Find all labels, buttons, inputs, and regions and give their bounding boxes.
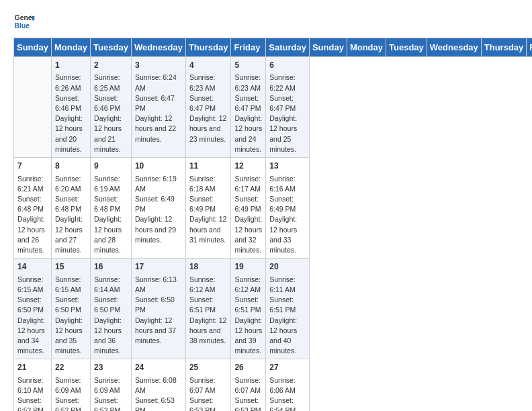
calendar-cell: 10Sunrise: 6:19 AMSunset: 6:49 PMDayligh… bbox=[131, 158, 185, 259]
sunset-text: Sunset: 6:51 PM bbox=[189, 295, 216, 314]
day-number: 6 bbox=[269, 60, 306, 71]
calendar-cell: 4Sunrise: 6:23 AMSunset: 6:47 PMDaylight… bbox=[185, 57, 231, 158]
day-number: 9 bbox=[94, 161, 128, 172]
sunset-text: Sunset: 6:48 PM bbox=[94, 195, 120, 213]
calendar-cell: 22Sunrise: 6:09 AMSunset: 6:52 PMDayligh… bbox=[51, 359, 90, 411]
sunrise-text: Sunrise: 6:10 AM bbox=[17, 376, 44, 394]
sunset-text: Sunset: 6:46 PM bbox=[94, 94, 120, 112]
sunrise-text: Sunrise: 6:06 AM bbox=[269, 376, 296, 394]
sunrise-text: Sunrise: 6:09 AM bbox=[94, 376, 120, 394]
sunset-text: Sunset: 6:47 PM bbox=[234, 94, 261, 112]
sunrise-text: Sunrise: 6:14 AM bbox=[94, 275, 120, 293]
sunset-text: Sunset: 6:54 PM bbox=[269, 396, 296, 411]
sunset-text: Sunset: 6:49 PM bbox=[135, 195, 175, 213]
calendar-cell: 12Sunrise: 6:17 AMSunset: 6:49 PMDayligh… bbox=[231, 158, 266, 259]
daylight-text: Daylight: 12 hours and 34 minutes. bbox=[17, 316, 45, 355]
day-number: 10 bbox=[135, 161, 182, 172]
day-number: 24 bbox=[135, 362, 182, 373]
sunrise-text: Sunrise: 6:16 AM bbox=[269, 175, 296, 193]
sunrise-text: Sunrise: 6:25 AM bbox=[94, 73, 120, 91]
day-number: 11 bbox=[189, 161, 228, 172]
weekday-header-friday: Friday bbox=[231, 38, 266, 57]
weekday-header-wednesday: Wednesday bbox=[131, 38, 185, 57]
sunset-text: Sunset: 6:47 PM bbox=[189, 94, 216, 112]
calendar-cell bbox=[14, 57, 52, 158]
calendar-cell: 2Sunrise: 6:25 AMSunset: 6:46 PMDaylight… bbox=[91, 57, 132, 158]
calendar-week-row: 14Sunrise: 6:15 AMSunset: 6:50 PMDayligh… bbox=[14, 259, 533, 359]
calendar-cell: 26Sunrise: 6:07 AMSunset: 6:53 PMDayligh… bbox=[231, 359, 266, 411]
sunset-text: Sunset: 6:47 PM bbox=[135, 94, 175, 112]
calendar-cell: 7Sunrise: 6:21 AMSunset: 6:48 PMDaylight… bbox=[14, 158, 52, 259]
daylight-text: Daylight: 12 hours and 20 minutes. bbox=[55, 114, 83, 153]
sunrise-text: Sunrise: 6:08 AM bbox=[135, 376, 177, 394]
sunrise-text: Sunrise: 6:07 AM bbox=[189, 376, 216, 394]
calendar-cell: 25Sunrise: 6:07 AMSunset: 6:53 PMDayligh… bbox=[185, 359, 231, 411]
logo: General Blue bbox=[13, 11, 35, 32]
daylight-text: Daylight: 12 hours and 32 minutes. bbox=[234, 215, 262, 254]
sunrise-text: Sunrise: 6:07 AM bbox=[234, 376, 261, 394]
daylight-text: Daylight: 12 hours and 28 minutes. bbox=[94, 215, 122, 254]
day-number: 15 bbox=[55, 261, 87, 273]
calendar-week-row: 1Sunrise: 6:26 AMSunset: 6:46 PMDaylight… bbox=[14, 57, 533, 158]
sunrise-text: Sunrise: 6:15 AM bbox=[55, 275, 81, 293]
calendar-cell: 16Sunrise: 6:14 AMSunset: 6:50 PMDayligh… bbox=[91, 259, 132, 359]
day-number: 12 bbox=[234, 161, 262, 172]
sunrise-text: Sunrise: 6:12 AM bbox=[234, 275, 261, 293]
daylight-text: Daylight: 12 hours and 21 minutes. bbox=[94, 114, 122, 153]
calendar-cell: 18Sunrise: 6:12 AMSunset: 6:51 PMDayligh… bbox=[185, 259, 231, 359]
weekday-header-sunday: Sunday bbox=[309, 38, 347, 57]
sunrise-text: Sunrise: 6:23 AM bbox=[234, 73, 261, 91]
day-number: 17 bbox=[135, 261, 182, 273]
calendar-cell: 14Sunrise: 6:15 AMSunset: 6:50 PMDayligh… bbox=[14, 259, 52, 359]
calendar-cell: 24Sunrise: 6:08 AMSunset: 6:53 PMDayligh… bbox=[131, 359, 185, 411]
day-number: 8 bbox=[55, 161, 87, 172]
day-number: 16 bbox=[94, 261, 128, 273]
sunset-text: Sunset: 6:49 PM bbox=[234, 195, 261, 213]
svg-text:Blue: Blue bbox=[15, 22, 30, 30]
sunset-text: Sunset: 6:52 PM bbox=[55, 396, 81, 411]
sunrise-text: Sunrise: 6:11 AM bbox=[269, 275, 296, 293]
calendar-cell: 8Sunrise: 6:20 AMSunset: 6:48 PMDaylight… bbox=[51, 158, 90, 259]
calendar-cell: 9Sunrise: 6:19 AMSunset: 6:48 PMDaylight… bbox=[91, 158, 132, 259]
day-number: 22 bbox=[55, 362, 87, 373]
calendar-cell: 19Sunrise: 6:12 AMSunset: 6:51 PMDayligh… bbox=[231, 259, 266, 359]
daylight-text: Daylight: 12 hours and 25 minutes. bbox=[269, 114, 297, 153]
calendar-cell: 6Sunrise: 6:22 AMSunset: 6:47 PMDaylight… bbox=[266, 57, 310, 158]
sunrise-text: Sunrise: 6:26 AM bbox=[55, 73, 81, 91]
calendar-cell: 17Sunrise: 6:13 AMSunset: 6:50 PMDayligh… bbox=[131, 259, 185, 359]
weekday-header-tuesday: Tuesday bbox=[386, 38, 427, 57]
daylight-text: Daylight: 12 hours and 36 minutes. bbox=[94, 316, 122, 355]
calendar-cell: 20Sunrise: 6:11 AMSunset: 6:51 PMDayligh… bbox=[266, 259, 310, 359]
daylight-text: Daylight: 12 hours and 37 minutes. bbox=[135, 316, 176, 345]
sunrise-text: Sunrise: 6:20 AM bbox=[55, 175, 81, 193]
calendar-week-row: 7Sunrise: 6:21 AMSunset: 6:48 PMDaylight… bbox=[14, 158, 533, 259]
weekday-header-sunday: Sunday bbox=[14, 38, 52, 57]
sunset-text: Sunset: 6:48 PM bbox=[17, 195, 44, 213]
weekday-header-thursday: Thursday bbox=[481, 38, 527, 57]
weekday-header-thursday: Thursday bbox=[185, 38, 231, 57]
sunset-text: Sunset: 6:49 PM bbox=[269, 195, 296, 213]
day-number: 18 bbox=[189, 261, 228, 273]
sunrise-text: Sunrise: 6:15 AM bbox=[17, 275, 44, 293]
sunset-text: Sunset: 6:50 PM bbox=[135, 295, 175, 314]
daylight-text: Daylight: 12 hours and 23 minutes. bbox=[189, 114, 226, 142]
weekday-header-monday: Monday bbox=[51, 38, 90, 57]
daylight-text: Daylight: 12 hours and 27 minutes. bbox=[55, 215, 83, 254]
daylight-text: Daylight: 12 hours and 22 minutes. bbox=[135, 114, 176, 142]
sunrise-text: Sunrise: 6:18 AM bbox=[189, 175, 216, 193]
sunrise-text: Sunrise: 6:22 AM bbox=[269, 73, 296, 91]
calendar-week-row: 21Sunrise: 6:10 AMSunset: 6:52 PMDayligh… bbox=[14, 359, 533, 411]
weekday-header-tuesday: Tuesday bbox=[91, 38, 132, 57]
header: General Blue bbox=[13, 11, 519, 32]
day-number: 4 bbox=[189, 60, 228, 71]
sunrise-text: Sunrise: 6:09 AM bbox=[55, 376, 81, 394]
day-number: 23 bbox=[94, 362, 128, 373]
sunrise-text: Sunrise: 6:21 AM bbox=[17, 175, 44, 193]
sunset-text: Sunset: 6:53 PM bbox=[234, 396, 261, 411]
day-number: 13 bbox=[269, 161, 306, 172]
sunset-text: Sunset: 6:51 PM bbox=[234, 295, 261, 314]
weekday-header-saturday: Saturday bbox=[266, 38, 310, 57]
sunset-text: Sunset: 6:53 PM bbox=[189, 396, 216, 411]
day-number: 5 bbox=[234, 60, 262, 71]
sunrise-text: Sunrise: 6:17 AM bbox=[234, 175, 261, 193]
